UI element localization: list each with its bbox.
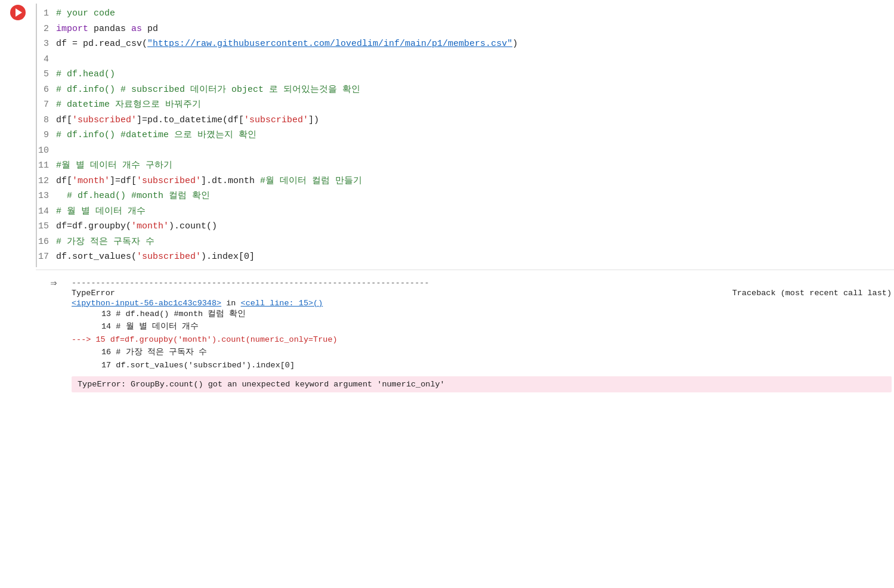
input-link[interactable]: <ipython-input-56-abc1c43c9348> bbox=[72, 299, 221, 308]
line-code: import pandas as pd bbox=[56, 21, 158, 37]
line-number: 15 bbox=[37, 219, 56, 234]
cell-line-ref[interactable]: <cell line: 15>() bbox=[241, 299, 323, 308]
output-area: ⇒ --------------------------------------… bbox=[36, 270, 894, 401]
line-code: # df.info() # subscribed 데이터가 object 로 되… bbox=[56, 82, 360, 98]
line-code bbox=[56, 52, 61, 67]
error-divider: ----------------------------------------… bbox=[72, 278, 892, 287]
line-code: # datetime 자료형으로 바꿔주기 bbox=[56, 97, 201, 113]
error-message: TypeError: GroupBy.count() got an unexpe… bbox=[72, 376, 892, 392]
line-code: # your code bbox=[56, 6, 115, 21]
code-line: 8df['subscribed']=pd.to_datetime(df['sub… bbox=[37, 113, 894, 128]
line-number: 12 bbox=[37, 174, 56, 189]
arrow-line: ---> 15 df=df.groupby('month').count(num… bbox=[72, 333, 892, 346]
context-lines-after: 16 # 가장 적은 구독자 수17 df.sort_values('subsc… bbox=[72, 346, 892, 372]
traceback-label: Traceback (most recent call last) bbox=[732, 289, 892, 298]
code-line: 3df = pd.read_csv("https://raw.githubuse… bbox=[37, 36, 894, 52]
code-line: 4 bbox=[37, 52, 894, 67]
line-number: 3 bbox=[37, 36, 56, 52]
code-line: 9# df.info() #datetime 으로 바꼈는지 확인 bbox=[37, 128, 894, 143]
line-code: #월 별 데이터 개수 구하기 bbox=[56, 158, 172, 174]
code-area: 1# your code2import pandas as pd3df = pd… bbox=[36, 4, 894, 267]
cell-gutter bbox=[0, 0, 36, 404]
code-line: 16# 가장 적은 구독자 수 bbox=[37, 234, 894, 250]
line-number: 13 bbox=[37, 188, 56, 204]
line-code: # df.info() #datetime 으로 바꼈는지 확인 bbox=[56, 128, 256, 143]
line-code bbox=[56, 143, 61, 159]
notebook-cell: 1# your code2import pandas as pd3df = pd… bbox=[0, 0, 894, 404]
line-code: df = pd.read_csv("https://raw.githubuser… bbox=[56, 36, 518, 52]
code-line: 12df['month']=df['subscribed'].dt.month … bbox=[37, 174, 894, 189]
context-lines-before: 13 # df.head() #month 컬럼 확인14 # 월 별 데이터 … bbox=[72, 308, 892, 333]
code-line: 10 bbox=[37, 143, 894, 159]
line-number: 11 bbox=[37, 158, 56, 174]
code-line: 2import pandas as pd bbox=[37, 21, 894, 37]
line-number: 16 bbox=[37, 234, 56, 250]
line-code: df.sort_values('subscribed').index[0] bbox=[56, 249, 255, 265]
line-number: 4 bbox=[37, 52, 56, 67]
error-header-row: TypeError Traceback (most recent call la… bbox=[72, 289, 892, 298]
error-location: <ipython-input-56-abc1c43c9348> in <cell… bbox=[72, 299, 892, 308]
output-content: ----------------------------------------… bbox=[72, 270, 894, 401]
line-number: 5 bbox=[37, 67, 56, 82]
code-line: 6# df.info() # subscribed 데이터가 object 로 … bbox=[37, 82, 894, 98]
line-code: df['subscribed']=pd.to_datetime(df['subs… bbox=[56, 113, 319, 128]
cell-content: 1# your code2import pandas as pd3df = pd… bbox=[36, 0, 894, 404]
run-button[interactable] bbox=[10, 5, 26, 20]
line-number: 7 bbox=[37, 97, 56, 113]
error-block: ----------------------------------------… bbox=[72, 275, 892, 397]
line-number: 1 bbox=[37, 6, 56, 21]
line-code: # 가장 적은 구독자 수 bbox=[56, 234, 154, 250]
context-line: 14 # 월 별 데이터 개수 bbox=[101, 320, 892, 333]
code-line: 11#월 별 데이터 개수 구하기 bbox=[37, 158, 894, 174]
line-number: 17 bbox=[37, 249, 56, 265]
line-code: # df.head() #month 컬럼 확인 bbox=[56, 188, 210, 204]
error-type: TypeError bbox=[72, 289, 115, 298]
code-line: 5# df.head() bbox=[37, 67, 894, 82]
line-number: 9 bbox=[37, 128, 56, 143]
line-number: 10 bbox=[37, 143, 56, 159]
line-code: df['month']=df['subscribed'].dt.month #월… bbox=[56, 174, 362, 189]
line-number: 14 bbox=[37, 204, 56, 219]
line-number: 8 bbox=[37, 113, 56, 128]
code-line: 7# datetime 자료형으로 바꿔주기 bbox=[37, 97, 894, 113]
in-text: in bbox=[221, 299, 240, 308]
line-code: # 월 별 데이터 개수 bbox=[56, 204, 146, 219]
context-line: 13 # df.head() #month 컬럼 확인 bbox=[101, 308, 892, 321]
code-line: 15df=df.groupby('month').count() bbox=[37, 219, 894, 234]
context-line: 16 # 가장 적은 구독자 수 bbox=[101, 346, 892, 359]
context-line: 17 df.sort_values('subscribed').index[0] bbox=[101, 359, 892, 372]
line-code: # df.head() bbox=[56, 67, 115, 82]
line-code: df=df.groupby('month').count() bbox=[56, 219, 217, 234]
output-icon: ⇒ bbox=[36, 270, 72, 401]
code-line: 14# 월 별 데이터 개수 bbox=[37, 204, 894, 219]
code-line: 17df.sort_values('subscribed').index[0] bbox=[37, 249, 894, 265]
code-line: 1# your code bbox=[37, 6, 894, 21]
code-line: 13 # df.head() #month 컬럼 확인 bbox=[37, 188, 894, 204]
line-number: 2 bbox=[37, 21, 56, 37]
line-number: 6 bbox=[37, 82, 56, 98]
